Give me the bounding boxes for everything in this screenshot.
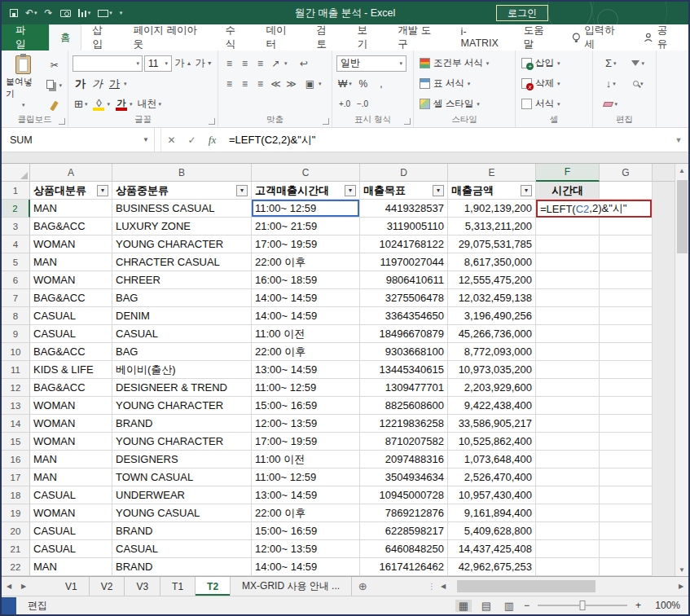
cell-d22[interactable]: 16174126462 [360, 558, 448, 576]
cell-e10[interactable]: 8,772,093,000 [448, 343, 536, 361]
cell-d13[interactable]: 8825608600 [360, 397, 448, 415]
cell-a7[interactable]: BAG&ACC [30, 289, 112, 307]
cell-c5[interactable]: 22:00 이후 [252, 253, 360, 271]
sort-filter-button[interactable]: ▾ [625, 55, 653, 72]
row-header-4[interactable]: 4 [2, 235, 30, 253]
row-header-1[interactable]: 1 [2, 182, 30, 200]
format-as-table-button[interactable]: 표 서식▾ [418, 73, 511, 94]
ribbon-tab-view[interactable]: 보기 [346, 24, 387, 51]
cell-e15[interactable]: 10,525,862,400 [448, 433, 536, 451]
insert-function-button[interactable]: fx [202, 128, 222, 152]
percent-style-button[interactable]: % [355, 75, 371, 92]
cell-c10[interactable]: 22:00 이후 [252, 343, 360, 361]
align-top-button[interactable]: ≡ [222, 58, 236, 69]
align-center-button[interactable]: ≡ [238, 78, 252, 90]
wrap-text-button[interactable]: ↩ [297, 58, 311, 69]
format-cells-button[interactable]: 서식▾ [520, 94, 588, 114]
cell-a17[interactable]: MAN [30, 469, 112, 486]
cell-b7[interactable]: BAG [112, 289, 252, 307]
cell-f9[interactable] [536, 325, 600, 343]
cell-b3[interactable]: LUXURY ZONE [112, 218, 252, 235]
cell-d18[interactable]: 10945000728 [360, 486, 448, 504]
decrease-decimal-button[interactable]: −.0 [354, 95, 371, 112]
filter-button[interactable]: ▾ [433, 185, 444, 196]
cell-e21[interactable]: 14,437,425,408 [448, 540, 536, 558]
row-header-2[interactable]: 2 [2, 200, 30, 218]
row-header-8[interactable]: 8 [2, 307, 30, 325]
conditional-formatting-button[interactable]: 조건부 서식▾ [418, 53, 511, 73]
cell-g10[interactable] [600, 343, 653, 361]
ribbon-tab-home[interactable]: 홈 [49, 24, 82, 51]
row-header-11[interactable]: 11 [2, 361, 30, 379]
align-middle-button[interactable]: ≡ [238, 58, 252, 69]
cell-c17[interactable]: 11:00~ 12:59 [252, 469, 360, 486]
cell-d21[interactable]: 6460848250 [360, 540, 448, 558]
ribbon-tab-data[interactable]: 데이터 [256, 24, 306, 51]
header-cell-c1[interactable]: 고객매출시간대▾ [252, 182, 360, 200]
cell-e17[interactable]: 2,526,470,400 [448, 469, 536, 486]
cell-a11[interactable]: KIDS & LIFE [30, 361, 112, 379]
cell-d2[interactable]: 4419328537 [360, 200, 448, 218]
cell-c12[interactable]: 11:00~ 12:59 [252, 379, 360, 397]
cell-styles-button[interactable]: 셀 스타일▾ [418, 94, 511, 114]
font-dialog-launcher[interactable] [209, 118, 215, 125]
cell-f17[interactable] [536, 469, 600, 486]
cell-d9[interactable]: 18496670879 [360, 325, 448, 343]
cell-c7[interactable]: 14:00~ 14:59 [252, 289, 360, 307]
column-header-e[interactable]: E [448, 164, 536, 182]
normal-view-button[interactable]: ▦ [455, 600, 472, 612]
cell-d6[interactable]: 9806410611 [360, 271, 448, 289]
cell-f7[interactable] [536, 289, 600, 307]
window-button[interactable]: ▾ [98, 7, 112, 20]
active-cell-editor[interactable]: =LEFT(C2,2)&"시" [536, 200, 652, 218]
cell-f15[interactable] [536, 433, 600, 451]
cell-c18[interactable]: 13:00~ 14:59 [252, 486, 360, 504]
expand-formula-bar-button[interactable]: ▼ [669, 128, 688, 152]
cell-b11[interactable]: 베이비(출산) [112, 361, 252, 379]
login-button[interactable]: 로그인 [496, 5, 548, 21]
cell-d10[interactable]: 9303668100 [360, 343, 448, 361]
cell-e20[interactable]: 5,409,628,800 [448, 522, 536, 540]
cell-a6[interactable]: WOMAN [30, 271, 112, 289]
column-header-d[interactable]: D [360, 164, 448, 182]
tell-me-box[interactable]: 입력하세 [564, 24, 632, 51]
header-cell-d1[interactable]: 매출목표▾ [360, 182, 448, 200]
cell-g11[interactable] [600, 361, 653, 379]
font-color-button[interactable]: 가▾ [113, 95, 134, 112]
cell-c9[interactable]: 11:00 이전 [252, 325, 360, 343]
sheet-nav-right-button[interactable]: ▶ [16, 577, 31, 596]
cell-d8[interactable]: 3364354650 [360, 307, 448, 325]
cell-g18[interactable] [600, 486, 653, 504]
new-sheet-button[interactable]: ⊕ [352, 577, 373, 596]
row-header-9[interactable]: 9 [2, 325, 30, 343]
cell-g9[interactable] [600, 325, 653, 343]
cell-e12[interactable]: 2,203,929,600 [448, 379, 536, 397]
cell-a20[interactable]: CASUAL [30, 522, 112, 540]
cell-f11[interactable] [536, 361, 600, 379]
row-header-21[interactable]: 21 [2, 540, 30, 558]
borders-button[interactable]: ⊞▾ [73, 95, 89, 112]
header-cell-e1[interactable]: 매출금액▾ [448, 182, 536, 200]
align-right-button[interactable]: ≡ [253, 78, 267, 90]
cell-d7[interactable]: 3275506478 [360, 289, 448, 307]
cell-g5[interactable] [600, 253, 653, 271]
row-header-17[interactable]: 17 [2, 469, 30, 486]
row-header-16[interactable]: 16 [2, 451, 30, 469]
cell-a15[interactable]: WOMAN [30, 433, 112, 451]
cell-c4[interactable]: 17:00~ 19:59 [252, 235, 360, 253]
cell-a4[interactable]: WOMAN [30, 235, 112, 253]
page-break-view-button[interactable]: ▥ [501, 600, 517, 612]
cell-g7[interactable] [600, 289, 653, 307]
cell-e3[interactable]: 5,313,211,200 [448, 218, 536, 235]
sheet-tab-t1[interactable]: T1 [160, 577, 196, 596]
cell-g8[interactable] [600, 307, 653, 325]
cell-e4[interactable]: 29,075,531,785 [448, 235, 536, 253]
cell-a5[interactable]: MAN [30, 253, 112, 271]
orientation-button[interactable]: ↗ [269, 58, 283, 69]
horizontal-scrollbar[interactable] [450, 577, 674, 596]
cell-a21[interactable]: CASUAL [30, 540, 112, 558]
cell-e18[interactable]: 10,957,430,400 [448, 486, 536, 504]
cell-f18[interactable] [536, 486, 600, 504]
row-header-5[interactable]: 5 [2, 253, 30, 271]
camera-button[interactable] [60, 7, 71, 20]
